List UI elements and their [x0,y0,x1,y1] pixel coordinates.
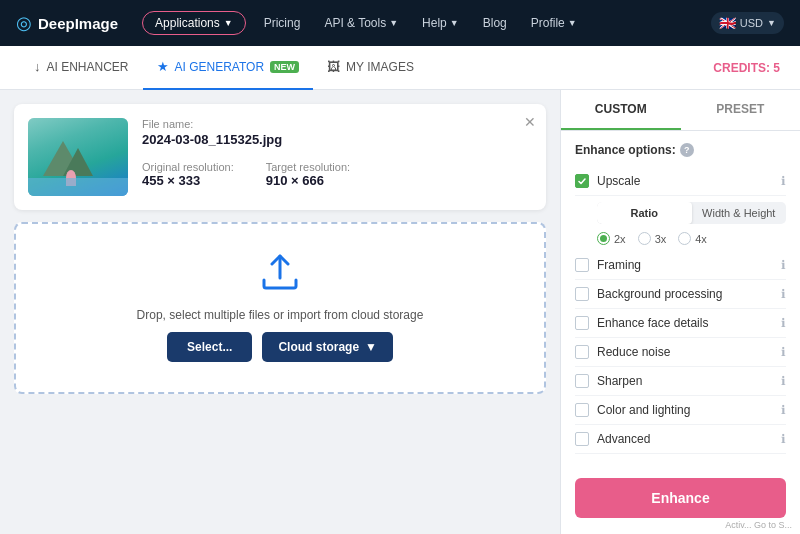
advanced-label: Advanced [597,432,773,446]
original-resolution-label: Original resolution: [142,161,234,173]
logo-text: DeepImage [38,15,118,32]
color-checkbox[interactable] [575,403,589,417]
tab-my-images[interactable]: 🖼 MY IMAGES [313,46,428,90]
background-checkbox[interactable] [575,287,589,301]
upload-icon [260,254,300,298]
option-advanced: Advancedℹ [575,425,786,454]
sharpen-checkbox[interactable] [575,374,589,388]
color-label: Color and lighting [597,403,773,417]
thumbnail-image [28,118,128,196]
file-info-card: File name: 2024-03-08_115325.jpg Origina… [14,104,546,210]
option-face: Enhance face detailsℹ [575,309,786,338]
help-icon[interactable]: ? [680,143,694,157]
navbar: ◎ DeepImage Applications ▼ Pricing API &… [0,0,800,46]
left-panel: File name: 2024-03-08_115325.jpg Origina… [0,90,560,534]
logo-icon: ◎ [16,12,32,34]
width-height-button[interactable]: Width & Height [692,202,787,224]
option-color: Color and lightingℹ [575,396,786,425]
target-resolution: Target resolution: 910 × 666 [266,161,350,188]
original-resolution: Original resolution: 455 × 333 [142,161,234,188]
chevron-down-icon: ▼ [365,340,377,354]
option-noise: Reduce noiseℹ [575,338,786,367]
chevron-down-icon: ▼ [224,18,233,28]
right-panel: CUSTOM PRESET Enhance options: ? Upscale… [560,90,800,534]
ratio-button[interactable]: Ratio [597,202,692,224]
enhance-button[interactable]: Enhance [575,478,786,518]
help-link[interactable]: Help ▼ [416,16,465,30]
options-list: FramingℹBackground processingℹEnhance fa… [575,251,786,454]
api-tools-link[interactable]: API & Tools ▼ [318,16,404,30]
info-icon[interactable]: ℹ [781,258,786,272]
option-sharpen: Sharpenℹ [575,367,786,396]
noise-checkbox[interactable] [575,345,589,359]
select-button[interactable]: Select... [167,332,252,362]
tabs-bar: ↓ AI ENHANCER ★ AI GENERATOR NEW 🖼 MY IM… [0,46,800,90]
info-icon[interactable]: ℹ [781,174,786,188]
radio-3x[interactable] [638,232,651,245]
chevron-down-icon: ▼ [450,18,459,28]
chevron-down-icon: ▼ [568,18,577,28]
ratio-3x[interactable]: 3x [638,232,667,245]
currency-selector[interactable]: 🇬🇧 USD ▼ [711,12,784,34]
chevron-down-icon: ▼ [389,18,398,28]
tab-custom[interactable]: CUSTOM [561,90,681,130]
tab-preset[interactable]: PRESET [681,90,801,130]
enhance-options-title: Enhance options: ? [575,143,786,157]
file-thumbnail [28,118,128,196]
watermark: Activ... Go to S... [725,520,792,530]
credits-display: CREDITS: 5 [713,61,780,75]
upscale-option: Upscale ℹ [575,167,786,196]
file-resolution: Original resolution: 455 × 333 Target re… [142,161,532,188]
cloud-storage-button[interactable]: Cloud storage ▼ [262,332,393,362]
noise-label: Reduce noise [597,345,773,359]
ratio-switcher: Ratio Width & Height [597,202,786,224]
profile-link[interactable]: Profile ▼ [525,16,583,30]
info-icon[interactable]: ℹ [781,374,786,388]
advanced-checkbox[interactable] [575,432,589,446]
tab-ai-enhancer[interactable]: ↓ AI ENHANCER [20,46,143,90]
drop-zone-text: Drop, select multiple files or import fr… [137,308,424,322]
pricing-link[interactable]: Pricing [258,16,307,30]
ratio-4x[interactable]: 4x [678,232,707,245]
drop-zone[interactable]: Drop, select multiple files or import fr… [14,222,546,394]
flag-icon: 🇬🇧 [719,15,736,31]
target-resolution-label: Target resolution: [266,161,350,173]
applications-button[interactable]: Applications ▼ [142,11,246,35]
target-resolution-value: 910 × 666 [266,173,350,188]
image-icon: 🖼 [327,59,340,74]
info-icon[interactable]: ℹ [781,287,786,301]
file-info: File name: 2024-03-08_115325.jpg Origina… [142,118,532,196]
option-framing: Framingℹ [575,251,786,280]
original-resolution-value: 455 × 333 [142,173,234,188]
info-icon[interactable]: ℹ [781,432,786,446]
file-name-value: 2024-03-08_115325.jpg [142,132,532,147]
ratio-options: 2x 3x 4x [597,232,786,245]
upscale-checkbox[interactable] [575,174,589,188]
radio-2x[interactable] [597,232,610,245]
radio-4x[interactable] [678,232,691,245]
blog-link[interactable]: Blog [477,16,513,30]
info-icon[interactable]: ℹ [781,316,786,330]
close-button[interactable]: ✕ [524,114,536,130]
right-tabs: CUSTOM PRESET [561,90,800,131]
star-icon: ★ [157,59,169,74]
sharpen-label: Sharpen [597,374,773,388]
water-shape [28,178,128,196]
tab-ai-generator[interactable]: ★ AI GENERATOR NEW [143,46,314,90]
ratio-2x[interactable]: 2x [597,232,626,245]
file-name-label: File name: [142,118,532,130]
drop-buttons: Select... Cloud storage ▼ [167,332,393,362]
framing-label: Framing [597,258,773,272]
new-badge: NEW [270,61,299,73]
face-label: Enhance face details [597,316,773,330]
info-icon[interactable]: ℹ [781,345,786,359]
info-icon[interactable]: ℹ [781,403,786,417]
chevron-down-icon: ▼ [767,18,776,28]
main-layout: File name: 2024-03-08_115325.jpg Origina… [0,90,800,534]
logo: ◎ DeepImage [16,12,118,34]
download-icon: ↓ [34,59,41,74]
option-background: Background processingℹ [575,280,786,309]
right-content: Enhance options: ? Upscale ℹ Ratio Width… [561,131,800,466]
face-checkbox[interactable] [575,316,589,330]
framing-checkbox[interactable] [575,258,589,272]
